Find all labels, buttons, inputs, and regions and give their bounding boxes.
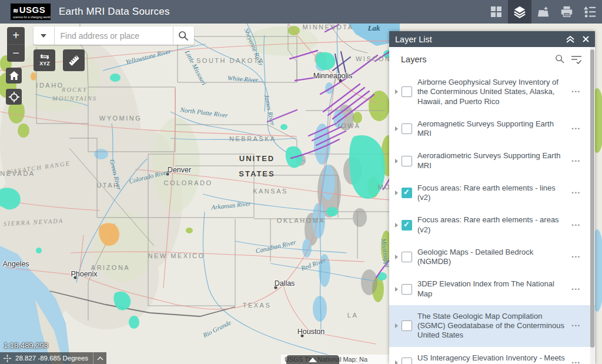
home-button[interactable] [6, 68, 22, 84]
layer-list-button[interactable] [508, 0, 531, 24]
basemap-gallery-icon [490, 6, 502, 18]
layer-label: US Interagency Elevation Inventory - Mee… [417, 353, 572, 364]
layer-checkbox[interactable] [402, 156, 412, 166]
close-icon [583, 36, 589, 42]
add-data-icon [537, 5, 550, 18]
layer-list-panel-header: Layer List [389, 31, 595, 47]
home-icon [9, 71, 19, 80]
layer-menu-button[interactable]: ••• [572, 222, 581, 228]
layer-label: 3DEP Elevation Index from The National M… [417, 279, 572, 299]
legend-button[interactable] [578, 0, 602, 24]
chevron-up-icon [97, 356, 103, 360]
collapse-panel-button[interactable] [566, 36, 574, 43]
app-title: Earth MRI Data Sources [59, 6, 170, 18]
layer-row[interactable]: The State Geologic Map Compilation (SGMC… [389, 305, 595, 347]
zoom-out-button[interactable]: − [7, 45, 25, 62]
layer-menu-button[interactable]: ••• [572, 286, 581, 292]
layer-row[interactable]: Geologic Maps - Detailed Bedrock (NGMDB)… [389, 241, 595, 273]
layer-menu-button[interactable]: ••• [572, 254, 581, 260]
layer-row[interactable]: Airborne Geophysical Survey Inventory of… [389, 71, 595, 113]
zoom-control: + − [7, 27, 25, 62]
expand-caret-icon[interactable] [395, 223, 398, 228]
layer-list-items: Airborne Geophysical Survey Inventory of… [389, 70, 595, 364]
layer-row[interactable]: Aeromagnetic Surveys Supporting Earth MR… [389, 113, 595, 145]
close-panel-button[interactable] [583, 36, 589, 42]
layer-checkbox[interactable] [402, 320, 412, 331]
header-tools [484, 0, 602, 24]
usgs-tagline: science for a changing world [13, 15, 48, 19]
layer-checkbox[interactable] [402, 123, 412, 134]
triangle-up-icon [309, 358, 317, 362]
layer-label: Focus areas: Rare earth elements - areas… [417, 215, 572, 235]
basemap-gallery-button[interactable] [484, 0, 508, 24]
layer-menu-button[interactable]: ••• [572, 323, 581, 329]
layer-menu-button[interactable]: ••• [572, 89, 581, 95]
print-icon [560, 5, 573, 18]
layer-checkbox[interactable] [402, 188, 412, 198]
layer-label: Focus areas: Rare earth elements - lines… [417, 183, 572, 203]
coordinate-expand-button[interactable] [93, 352, 106, 364]
usgs-wave-icon: ≋ [13, 7, 19, 14]
layer-menu-button[interactable]: ••• [572, 360, 581, 364]
layer-list-icon [513, 5, 526, 18]
usgs-logo[interactable]: ≋USGS science for a changing world [11, 4, 51, 20]
expand-caret-icon[interactable] [395, 89, 398, 94]
layer-row[interactable]: Aeroradiometric Surveys Supporting Earth… [389, 145, 595, 177]
expand-caret-icon[interactable] [395, 323, 398, 328]
layer-checkbox[interactable] [402, 252, 412, 262]
expand-caret-icon[interactable] [395, 255, 398, 259]
zoom-in-button[interactable]: + [7, 27, 25, 45]
map-scale: 1:18,489,298 [4, 341, 48, 350]
layer-menu-button[interactable]: ••• [572, 126, 581, 132]
layer-row[interactable]: Focus areas: Rare earth elements - lines… [389, 177, 595, 209]
xyz-coordinates-icon: XYZ [38, 54, 51, 68]
layer-list-body: Layers Airborne Geophysical Survey Inven… [389, 47, 595, 364]
locate-icon [9, 92, 19, 102]
layer-row[interactable]: US Interagency Elevation Inventory - Mee… [389, 347, 595, 364]
coordinate-conversion-button[interactable]: XYZ [34, 49, 55, 71]
expand-caret-icon[interactable] [395, 360, 398, 364]
toggle-layers-icon [571, 55, 582, 64]
layer-list-panel: Layer List Layers [389, 31, 595, 364]
usgs-brand: ≋USGS [13, 5, 48, 15]
layers-heading: Layers [401, 55, 427, 64]
measurement-button[interactable] [63, 49, 85, 71]
coordinate-crosshair-icon[interactable] [0, 355, 14, 362]
svg-text:XYZ: XYZ [39, 61, 50, 66]
search-icon [555, 54, 565, 64]
layer-checkbox[interactable] [402, 86, 412, 97]
search-widget [34, 26, 194, 45]
layer-checkbox[interactable] [402, 220, 412, 231]
layer-options-button[interactable] [571, 55, 582, 64]
search-submit-button[interactable] [173, 26, 194, 45]
search-input[interactable] [55, 26, 173, 45]
my-location-button[interactable] [6, 89, 22, 105]
search-icon [178, 31, 189, 41]
scrollbar-thumb[interactable] [590, 49, 594, 348]
app-header: ≋USGS science for a changing world Earth… [0, 0, 602, 24]
expand-caret-icon[interactable] [395, 159, 398, 163]
layer-checkbox[interactable] [402, 284, 412, 295]
layer-label: The State Geologic Map Compilation (SGMC… [417, 312, 572, 340]
layer-checkbox[interactable] [402, 358, 412, 364]
layer-label: Geologic Maps - Detailed Bedrock (NGMDB) [417, 248, 572, 267]
layer-menu-button[interactable]: ••• [572, 158, 581, 164]
legend-icon [584, 5, 597, 18]
print-button[interactable] [555, 0, 578, 24]
add-data-button[interactable] [531, 0, 555, 24]
expand-caret-icon[interactable] [395, 126, 398, 131]
layer-label: Aeromagnetic Surveys Supporting Earth MR… [417, 119, 572, 139]
layer-label: Airborne Geophysical Survey Inventory of… [417, 78, 572, 106]
layer-label: Aeroradiometric Surveys Supporting Earth… [417, 151, 572, 171]
panel-scrollbar [590, 47, 594, 364]
expand-caret-icon[interactable] [395, 191, 398, 195]
layer-menu-button[interactable]: ••• [572, 190, 581, 196]
double-chevron-up-icon [566, 36, 574, 43]
panel-title: Layer List [395, 35, 432, 44]
search-layers-button[interactable] [555, 54, 565, 64]
layer-row[interactable]: 3DEP Elevation Index from The National M… [389, 273, 595, 305]
expand-caret-icon[interactable] [395, 287, 398, 292]
search-source-dropdown[interactable] [34, 26, 55, 45]
layer-row[interactable]: Focus areas: Rare earth elements - areas… [389, 209, 595, 241]
attribution-expand-button[interactable] [286, 355, 339, 364]
